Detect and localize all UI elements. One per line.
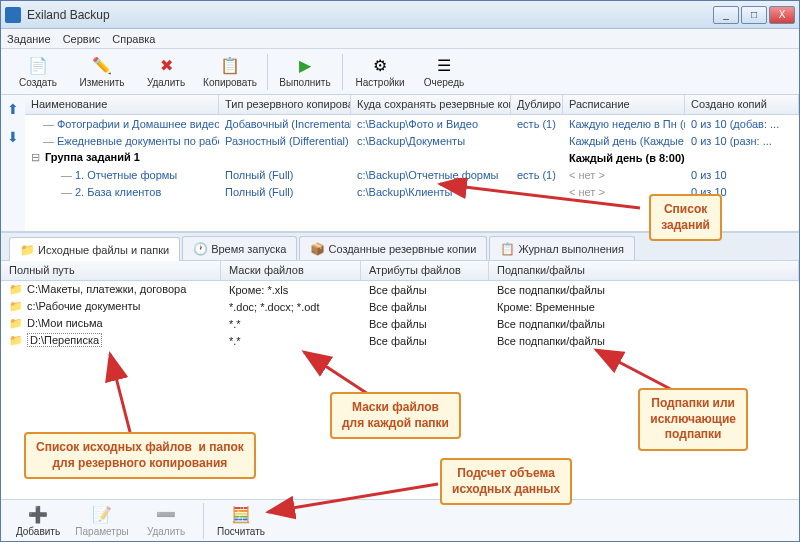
tab-created[interactable]: 📦Созданные резервные копии (299, 236, 487, 260)
sources-header: Полный путь Маски файлов Атрибуты файлов… (1, 261, 799, 281)
menu-help[interactable]: Справка (112, 33, 155, 45)
delete-button[interactable]: ✖Удалить (135, 51, 197, 93)
col-attrs[interactable]: Атрибуты файлов (361, 261, 489, 280)
task-row[interactable]: —Ежедневные документы по работеРазностны… (25, 132, 799, 149)
folder-icon: 📁 (20, 243, 34, 257)
tab-sources[interactable]: 📁Исходные файлы и папки (9, 237, 180, 261)
menu-task[interactable]: Задание (7, 33, 51, 45)
source-row[interactable]: 📁c:\Рабочие документы*.doc; *.docx; *.od… (1, 298, 799, 315)
svg-line-1 (440, 184, 640, 208)
callout-subfolders: Подпапки или исключающие подпапки (638, 388, 748, 451)
move-up-icon[interactable]: ⬆ (7, 101, 19, 117)
tab-time[interactable]: 🕐Время запуска (182, 236, 297, 260)
settings-button[interactable]: ⚙Настройки (349, 51, 411, 93)
menu-service[interactable]: Сервис (63, 33, 101, 45)
col-subfolders[interactable]: Подпапки/файлы (489, 261, 799, 280)
task-row[interactable]: —Фотографии и Домашнее видеоДобавочный (… (25, 115, 799, 132)
move-down-icon[interactable]: ⬇ (7, 129, 19, 145)
col-copies[interactable]: Создано копий (685, 95, 799, 114)
titlebar: Exiland Backup _ □ X (1, 1, 799, 29)
tab-log[interactable]: 📋Журнал выполнения (489, 236, 635, 260)
close-button[interactable]: X (769, 6, 795, 24)
source-row[interactable]: 📁C:\Макеты, платежки, договораКроме: *.x… (1, 281, 799, 298)
reorder-arrows: ⬆ ⬇ (1, 95, 25, 231)
add-button[interactable]: ➕Добавить (7, 502, 69, 540)
window-title: Exiland Backup (27, 8, 713, 22)
col-dest[interactable]: Куда сохранять резервные копии (351, 95, 511, 114)
svg-line-3 (110, 354, 130, 432)
callout-calc: Подсчет объема исходных данных (440, 458, 572, 505)
archive-icon: 📦 (310, 242, 324, 256)
copy-button[interactable]: 📋Копировать (199, 51, 261, 93)
svg-line-9 (268, 484, 438, 512)
col-sched[interactable]: Расписание (563, 95, 685, 114)
separator (267, 54, 268, 90)
svg-line-5 (304, 352, 368, 394)
queue-button[interactable]: ☰Очередь (413, 51, 475, 93)
remove-button[interactable]: ➖Удалить (135, 502, 197, 540)
params-button[interactable]: 📝Параметры (71, 502, 133, 540)
task-row[interactable]: ⊟Группа заданий 1Каждый день (в 8:00) (25, 149, 799, 166)
task-grid-body: —Фотографии и Домашнее видеоДобавочный (… (25, 115, 799, 200)
maximize-button[interactable]: □ (741, 6, 767, 24)
source-row[interactable]: 📁D:\Мои письма*.*Все файлыВсе подпапки/ф… (1, 315, 799, 332)
run-button[interactable]: ▶Выполнить (274, 51, 336, 93)
minimize-button[interactable]: _ (713, 6, 739, 24)
run-icon: ▶ (295, 55, 315, 75)
log-icon: 📋 (500, 242, 514, 256)
col-path[interactable]: Полный путь (1, 261, 221, 280)
col-type[interactable]: Тип резервного копирования (219, 95, 351, 114)
app-icon (5, 7, 21, 23)
queue-icon: ☰ (434, 55, 454, 75)
separator (342, 54, 343, 90)
create-button[interactable]: 📄Создать (7, 51, 69, 93)
callout-task-list: Список заданий (649, 194, 722, 241)
gear-icon: ⚙ (370, 55, 390, 75)
task-row[interactable]: —1. Отчетные формыПолный (Full)c:\Backup… (25, 166, 799, 183)
copy-icon: 📋 (220, 55, 240, 75)
clock-icon: 🕐 (193, 242, 207, 256)
callout-masks: Маски файлов для каждой папки (330, 392, 461, 439)
remove-icon: ➖ (156, 505, 176, 525)
col-dup[interactable]: Дублиро... (511, 95, 563, 114)
new-icon: 📄 (28, 55, 48, 75)
task-grid-header: Наименование Тип резервного копирования … (25, 95, 799, 115)
col-masks[interactable]: Маски файлов (221, 261, 361, 280)
delete-icon: ✖ (156, 55, 176, 75)
params-icon: 📝 (92, 505, 112, 525)
add-icon: ➕ (28, 505, 48, 525)
col-name[interactable]: Наименование (25, 95, 219, 114)
calc-icon: 🧮 (231, 505, 251, 525)
edit-icon: ✏️ (92, 55, 112, 75)
callout-source-list: Список исходных файлов и папок для резер… (24, 432, 256, 479)
main-toolbar: 📄Создать ✏️Изменить ✖Удалить 📋Копировать… (1, 49, 799, 95)
edit-button[interactable]: ✏️Изменить (71, 51, 133, 93)
separator (203, 503, 204, 539)
menubar: Задание Сервис Справка (1, 29, 799, 49)
sources-body: 📁C:\Макеты, платежки, договораКроме: *.x… (1, 281, 799, 349)
